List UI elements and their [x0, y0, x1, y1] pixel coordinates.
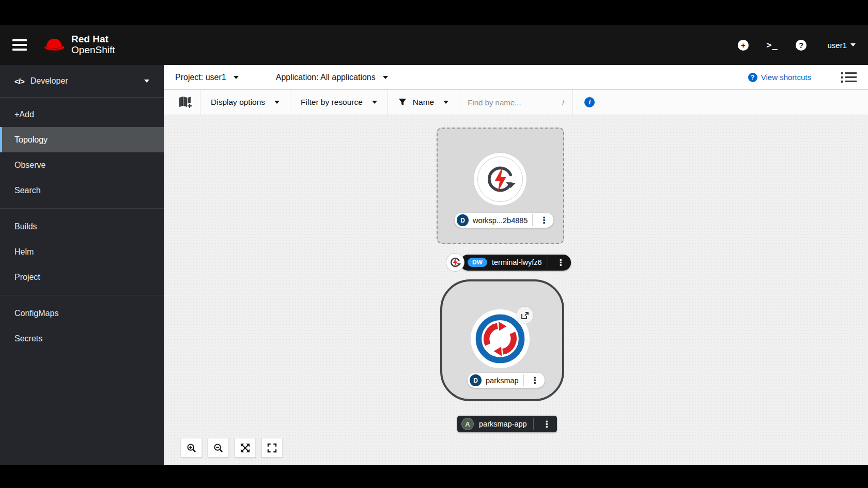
pill-divider — [523, 374, 524, 386]
brand-text: Red Hat OpenShift — [71, 34, 115, 55]
topology-controls — [181, 438, 283, 458]
filter-type-label: Name — [413, 98, 434, 107]
sidebar-item-builds[interactable]: Builds — [0, 214, 164, 239]
sidebar-item-secrets[interactable]: Secrets — [0, 326, 164, 351]
find-by-name-input[interactable] — [468, 98, 550, 107]
display-options-dropdown[interactable]: Display options — [200, 90, 290, 115]
deployment-badge: D — [457, 214, 469, 226]
brand-line1: Red Hat — [71, 34, 115, 45]
expand-arrows-icon — [240, 443, 250, 453]
filter-by-resource-dropdown[interactable]: Filter by resource — [290, 90, 388, 115]
user-menu[interactable]: user1 — [827, 41, 856, 50]
filter-type-dropdown[interactable]: Name — [388, 90, 459, 115]
application-dropdown[interactable]: Application: All applications — [276, 73, 388, 82]
sidebar-item-search[interactable]: Search — [0, 178, 164, 203]
info-section: i — [573, 90, 606, 115]
masthead: Red Hat OpenShift + >_ ? user1 — [0, 25, 868, 65]
quick-create-plus-icon[interactable]: + — [737, 39, 749, 51]
zoom-out-icon — [213, 443, 223, 453]
find-by-name-field: / — [459, 90, 573, 115]
sidebar-divider — [0, 208, 164, 209]
openshift-console: Red Hat OpenShift + >_ ? user1 </> Devel… — [0, 0, 868, 488]
code-icon: </> — [14, 77, 24, 86]
caret-down-icon — [443, 101, 448, 104]
workspace-node-label[interactable]: D worksp...2b4885 ⋮ — [455, 213, 553, 228]
caret-down-icon — [274, 101, 280, 104]
brand-line2: OpenShift — [71, 45, 115, 56]
terminal-node-name: terminal-lwyfz6 — [492, 258, 542, 266]
zoom-in-icon — [187, 443, 196, 453]
project-dropdown-label: Project: user1 — [175, 73, 226, 82]
filter-by-resource-label: Filter by resource — [301, 98, 363, 107]
question-circle-icon: ? — [748, 73, 757, 82]
guided-tour-book-icon — [177, 95, 193, 110]
workspace-node-name: worksp...2b4885 — [473, 216, 528, 225]
pill-divider — [548, 257, 548, 268]
context-bar: Project: user1 Application: All applicat… — [164, 65, 868, 90]
caret-down-icon — [850, 43, 856, 46]
top-letterbox — [0, 0, 868, 25]
external-link-icon — [521, 311, 529, 320]
quick-search-button[interactable] — [164, 90, 200, 115]
reset-view-button[interactable] — [261, 438, 283, 458]
devworkspace-badge: DW — [468, 258, 487, 267]
topology-canvas[interactable]: D worksp...2b4885 ⋮ DW terminal-lwyfz6 — [164, 115, 868, 465]
application-group-label[interactable]: A parksmap-app ⋮ — [457, 416, 557, 432]
sidebar-item-project[interactable]: Project — [0, 264, 164, 290]
caret-down-icon — [383, 76, 388, 79]
perspective-switcher[interactable]: </> Developer — [0, 65, 164, 98]
help-icon[interactable]: ? — [795, 39, 807, 51]
sidebar-item-helm[interactable]: Helm — [0, 239, 164, 264]
zoom-in-button[interactable] — [181, 438, 202, 458]
project-dropdown[interactable]: Project: user1 — [175, 73, 239, 82]
topology-toolbar: Display options Filter by resource Name … — [164, 90, 868, 115]
display-options-label: Display options — [211, 98, 265, 107]
keyboard-shortcut-hint: / — [562, 98, 564, 107]
user-name: user1 — [827, 41, 847, 50]
devworkspace-spinner-icon — [448, 256, 462, 269]
fit-to-screen-button[interactable] — [235, 438, 256, 458]
caret-down-icon — [372, 101, 377, 104]
filter-funnel-icon — [398, 98, 407, 106]
caret-down-icon — [144, 80, 149, 83]
kebab-menu-icon[interactable]: ⋮ — [529, 376, 541, 385]
nav-toggle-hamburger-icon[interactable] — [12, 39, 27, 51]
zoom-out-button[interactable] — [208, 438, 229, 458]
corner-brackets-icon — [267, 443, 277, 453]
workspace-node[interactable] — [473, 152, 527, 206]
pill-divider — [533, 418, 534, 430]
perspective-label: Developer — [30, 76, 68, 86]
parksmap-node-label[interactable]: D parksmap ⋮ — [468, 373, 545, 388]
web-terminal-icon[interactable]: >_ — [766, 39, 778, 51]
sidebar-item-add[interactable]: +Add — [0, 102, 164, 127]
sidebar-item-observe[interactable]: Observe — [0, 152, 164, 178]
sidebar-item-topology[interactable]: Topology — [0, 127, 164, 152]
kebab-menu-icon[interactable]: ⋮ — [540, 420, 554, 429]
deployment-badge: D — [470, 374, 482, 386]
sidebar-item-configmaps[interactable]: ConfigMaps — [0, 301, 164, 326]
application-group-name: parksmap-app — [479, 420, 527, 428]
application-dropdown-label: Application: All applications — [276, 73, 376, 82]
brand-logo: Red Hat OpenShift — [43, 34, 115, 55]
parksmap-node-name: parksmap — [486, 376, 519, 385]
main-content: Project: user1 Application: All applicat… — [164, 65, 868, 465]
terminal-node[interactable] — [446, 253, 464, 272]
terminal-node-label[interactable]: DW terminal-lwyfz6 ⋮ — [460, 255, 571, 271]
pill-divider — [532, 214, 533, 226]
caret-down-icon — [234, 76, 239, 79]
kebab-menu-icon[interactable]: ⋮ — [554, 258, 568, 267]
application-badge: A — [461, 418, 474, 430]
info-circle-icon[interactable]: i — [584, 97, 595, 107]
sidebar: </> Developer +Add Topology Observe Sear… — [0, 65, 164, 465]
sidebar-divider — [0, 295, 164, 295]
devworkspace-spinner-icon — [482, 161, 519, 198]
masthead-utilities: + >_ ? user1 — [737, 39, 856, 51]
view-shortcuts-link[interactable]: ? View shortcuts — [748, 73, 811, 82]
view-shortcuts-label: View shortcuts — [761, 73, 811, 82]
terminal-node-row: DW terminal-lwyfz6 ⋮ — [446, 253, 571, 272]
open-url-button[interactable] — [516, 307, 533, 324]
bottom-letterbox — [0, 465, 868, 488]
kebab-menu-icon[interactable]: ⋮ — [537, 216, 550, 225]
list-view-toggle-icon[interactable] — [841, 72, 857, 83]
redhat-fedora-icon — [43, 36, 66, 54]
